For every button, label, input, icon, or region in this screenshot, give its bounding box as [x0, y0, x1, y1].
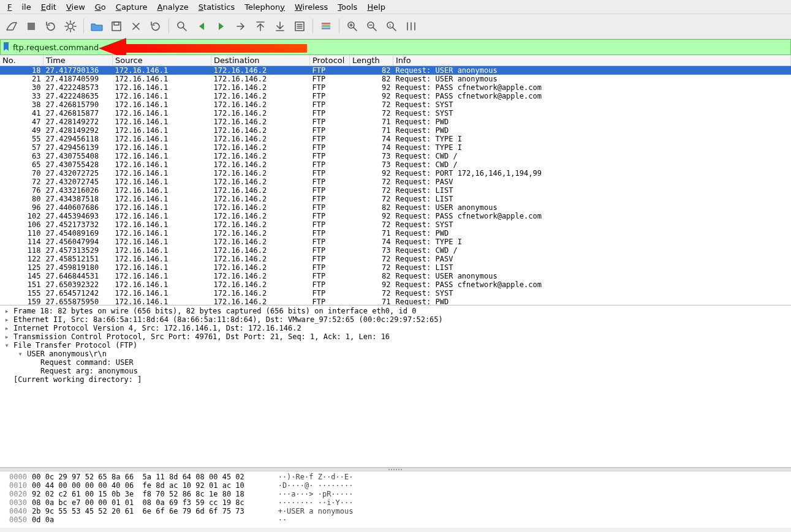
packet-bytes-pane[interactable]: 000000 0c 29 97 52 65 8a 66 5a 11 8d 64 … [0, 471, 791, 528]
column-header-protocol[interactable]: Protocol [310, 55, 350, 66]
column-header-info[interactable]: Info [393, 55, 791, 66]
display-filter-input[interactable] [12, 42, 790, 53]
table-row[interactable]: 1827.417790136172.16.146.1172.16.146.2FT… [0, 66, 791, 75]
hex-row[interactable]: 000000 0c 29 97 52 65 8a 66 5a 11 8d 64 … [0, 473, 791, 481]
detail-ftp-line[interactable]: USER anonymous\r\n [27, 350, 107, 358]
column-header-length[interactable]: Length [350, 55, 393, 66]
table-row[interactable]: 6327.430755408172.16.146.1172.16.146.2FT… [0, 152, 791, 160]
table-row[interactable]: 12227.458512151172.16.146.1172.16.146.2F… [0, 255, 791, 263]
detail-ftp-cmd[interactable]: Request command: USER [13, 358, 134, 367]
column-header-source[interactable]: Source [113, 55, 211, 66]
resize-columns-button[interactable] [403, 18, 419, 34]
hex-row[interactable]: 00402b 9c 55 53 45 52 20 61 6e 6f 6e 79 … [0, 507, 791, 515]
column-header-no[interactable]: No. [0, 55, 44, 66]
table-row[interactable]: 5727.429456139172.16.146.1172.16.146.2FT… [0, 143, 791, 152]
go-back-button[interactable] [194, 18, 210, 34]
hex-ascii: ·D····@· ········ [265, 481, 354, 490]
capture-options-button[interactable] [62, 18, 78, 34]
expand-icon[interactable]: ▸ [0, 315, 13, 324]
packet-details-pane[interactable]: ▸Frame 18: 82 bytes on wire (656 bits), … [0, 305, 791, 468]
table-row[interactable]: 5527.429456118172.16.146.1172.16.146.2FT… [0, 135, 791, 143]
zoom-out-button[interactable] [364, 18, 380, 34]
menu-capture[interactable]: Capture [111, 1, 153, 13]
hex-row[interactable]: 001000 44 00 00 00 00 40 06 fe 8d ac 10 … [0, 481, 791, 490]
detail-ftp-cwd[interactable]: [Current working directory: ] [13, 375, 142, 384]
menu-wireless[interactable]: Wireless [290, 1, 333, 13]
table-row[interactable]: 12527.459819180172.16.146.1172.16.146.2F… [0, 263, 791, 272]
colorize-button[interactable] [318, 18, 334, 34]
detail-ftp[interactable]: File Transfer Protocol (FTP) [13, 341, 137, 350]
reload-button[interactable] [148, 18, 164, 34]
menu-analyze[interactable]: Analyze [153, 1, 194, 13]
restart-capture-button[interactable] [43, 18, 59, 34]
go-forward-button[interactable] [213, 18, 229, 34]
detail-ftp-arg[interactable]: Request arg: anonymous [13, 367, 138, 375]
table-row[interactable]: 7027.432072725172.16.146.1172.16.146.2FT… [0, 169, 791, 178]
menu-statistics[interactable]: Statistics [194, 1, 240, 13]
colorize-icon [320, 20, 332, 32]
save-file-button[interactable] [108, 18, 124, 34]
go-to-packet-button[interactable] [233, 18, 249, 34]
detail-ethernet[interactable]: Ethernet II, Src: 8a:66:5a:11:8d:64 (8a:… [13, 315, 443, 324]
open-file-button[interactable] [89, 18, 105, 34]
menu-telephony[interactable]: Telephony [240, 1, 290, 13]
table-row[interactable]: 7627.433216026172.16.146.1172.16.146.2FT… [0, 186, 791, 195]
menu-file[interactable]: File [2, 1, 36, 13]
cell: Request: PWD [393, 118, 791, 126]
filter-bookmark-button[interactable] [1, 42, 12, 53]
table-row[interactable]: 9627.440607686172.16.146.1172.16.146.2FT… [0, 203, 791, 212]
table-row[interactable]: 10627.452173732172.16.146.1172.16.146.2F… [0, 220, 791, 229]
packet-list-pane[interactable]: No. Time Source Destination Protocol Len… [0, 55, 791, 305]
column-header-time[interactable]: Time [44, 55, 113, 66]
table-row[interactable]: 15527.654571242172.16.146.1172.16.146.2F… [0, 289, 791, 298]
expand-icon[interactable]: ▸ [0, 307, 13, 315]
table-row[interactable]: 15927.655875950172.16.146.1172.16.146.2F… [0, 298, 791, 305]
menu-edit[interactable]: Edit [36, 1, 61, 13]
table-row[interactable]: 11427.456047994172.16.146.1172.16.146.2F… [0, 238, 791, 246]
expand-icon[interactable]: ▸ [0, 324, 13, 332]
table-row[interactable]: 4927.428149292172.16.146.1172.16.146.2FT… [0, 126, 791, 135]
menu-tools[interactable]: Tools [333, 1, 362, 13]
auto-scroll-button[interactable] [292, 18, 308, 34]
table-row[interactable]: 14527.646844531172.16.146.1172.16.146.2F… [0, 272, 791, 280]
menu-go[interactable]: Go [90, 1, 111, 13]
table-row[interactable]: 15127.650392322172.16.146.1172.16.146.2F… [0, 280, 791, 289]
menu-help[interactable]: Help [362, 1, 390, 13]
cell: Request: PASS cfnetwork@apple.com [393, 212, 791, 220]
table-row[interactable]: 2127.418740599172.16.146.1172.16.146.2FT… [0, 75, 791, 83]
table-row[interactable]: 11827.457313529172.16.146.1172.16.146.2F… [0, 246, 791, 255]
cell: 27.422248573 [44, 83, 113, 92]
expand-icon[interactable]: ▸ [0, 332, 13, 341]
table-row[interactable]: 3327.422248635172.16.146.1172.16.146.2FT… [0, 92, 791, 100]
stop-capture-button[interactable] [23, 18, 39, 34]
packet-list-table[interactable]: No. Time Source Destination Protocol Len… [0, 55, 791, 305]
table-row[interactable]: 10227.445394693172.16.146.1172.16.146.2F… [0, 212, 791, 220]
start-capture-button[interactable] [4, 18, 20, 34]
go-last-button[interactable] [272, 18, 288, 34]
table-row[interactable]: 4127.426815877172.16.146.1172.16.146.2FT… [0, 109, 791, 118]
zoom-reset-button[interactable]: 1 [384, 18, 399, 34]
pane-splitter[interactable] [0, 468, 791, 471]
table-row[interactable]: 3027.422248573172.16.146.1172.16.146.2FT… [0, 83, 791, 92]
detail-ip[interactable]: Internet Protocol Version 4, Src: 172.16… [13, 324, 301, 332]
hex-row[interactable]: 003008 0a bc e7 00 00 01 01 08 0a 69 f3 … [0, 498, 791, 507]
zoom-in-button[interactable] [344, 18, 360, 34]
find-packet-button[interactable] [174, 18, 190, 34]
detail-frame[interactable]: Frame 18: 82 bytes on wire (656 bits), 8… [13, 307, 416, 315]
hex-row[interactable]: 00500d 0a ·· [0, 515, 791, 524]
column-header-destination[interactable]: Destination [211, 55, 310, 66]
table-row[interactable]: 7227.432072745172.16.146.1172.16.146.2FT… [0, 178, 791, 186]
close-file-button[interactable] [128, 18, 144, 34]
table-row[interactable]: 6527.430755428172.16.146.1172.16.146.2FT… [0, 160, 791, 169]
table-row[interactable]: 11027.454089169172.16.146.1172.16.146.2F… [0, 229, 791, 238]
zoom-in-icon [346, 20, 358, 32]
collapse-icon[interactable]: ▾ [0, 350, 27, 358]
detail-tcp[interactable]: Transmission Control Protocol, Src Port:… [13, 332, 390, 341]
table-row[interactable]: 4727.428149272172.16.146.1172.16.146.2FT… [0, 118, 791, 126]
hex-row[interactable]: 002092 02 c2 61 00 15 0b 3e f8 70 52 86 … [0, 490, 791, 498]
table-row[interactable]: 3827.426815790172.16.146.1172.16.146.2FT… [0, 100, 791, 109]
go-first-button[interactable] [252, 18, 268, 34]
table-row[interactable]: 8027.434387518172.16.146.1172.16.146.2FT… [0, 195, 791, 203]
menu-view[interactable]: View [61, 1, 90, 13]
collapse-icon[interactable]: ▾ [0, 341, 13, 350]
